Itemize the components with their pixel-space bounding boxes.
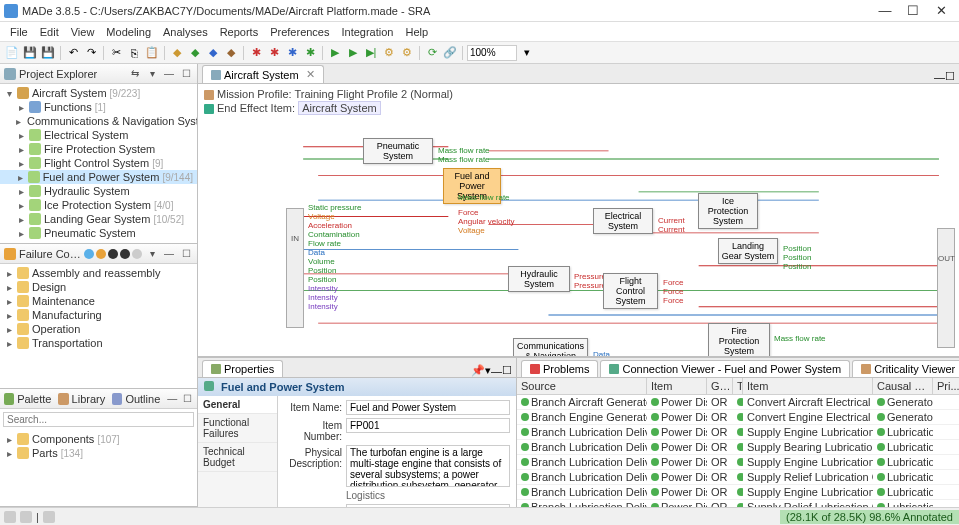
menu-view[interactable]: View xyxy=(65,24,101,40)
table-row[interactable]: Branch Lubrication Delivery GPower Distr… xyxy=(517,440,959,455)
tree-item[interactable]: ▸Hydraulic System xyxy=(0,184,197,198)
menu-icon[interactable]: ▾ xyxy=(145,247,159,261)
minimize-icon[interactable]: — xyxy=(162,67,176,81)
maximize-icon[interactable]: ☐ xyxy=(502,364,512,377)
diagram-tab[interactable]: Aircraft System ✕ xyxy=(202,65,324,83)
table-header[interactable]: Gate xyxy=(707,378,733,394)
concept-item[interactable]: ▸Operation xyxy=(0,322,197,336)
tree-item[interactable]: ▸Fuel and Power System[9/144] xyxy=(0,170,197,184)
save-all-icon[interactable]: 💾 xyxy=(40,45,56,61)
zoom-combo[interactable] xyxy=(467,45,517,61)
tree-item[interactable]: ▸Landing Gear System[10/52] xyxy=(0,212,197,226)
tree-item[interactable]: ▸Ice Protection System[4/0] xyxy=(0,198,197,212)
table-row[interactable]: Branch Engine Generator GearPower Distri… xyxy=(517,410,959,425)
problems-tab[interactable]: Problems xyxy=(521,360,598,377)
table-row[interactable]: Branch Lubrication Delivery GPower Distr… xyxy=(517,500,959,507)
play-icon[interactable]: ▶ xyxy=(345,45,361,61)
redo-icon[interactable]: ↷ xyxy=(83,45,99,61)
run-icon[interactable]: ▶ xyxy=(327,45,343,61)
link-icon[interactable]: 🔗 xyxy=(442,45,458,61)
table-header[interactable]: Causal Strength xyxy=(873,378,933,394)
cut-icon[interactable]: ✂ xyxy=(108,45,124,61)
palette-item[interactable]: ▸Components[107] xyxy=(0,432,197,446)
diagram-canvas[interactable]: IN OUT Pneumatic System Mass flow rate M… xyxy=(198,118,959,356)
tool-icon[interactable]: ✱ xyxy=(284,45,300,61)
node-flight-control[interactable]: Flight Control System xyxy=(603,273,658,309)
menu-icon[interactable]: ▾ xyxy=(145,67,159,81)
node-electrical[interactable]: Electrical System xyxy=(593,208,653,234)
table-header[interactable]: Pri... xyxy=(933,378,959,394)
pin-icon[interactable]: 📌 xyxy=(471,364,485,377)
tree-item[interactable]: ▸Flight Control System[9] xyxy=(0,156,197,170)
concept-item[interactable]: ▸Transportation xyxy=(0,336,197,350)
maximize-icon[interactable]: ☐ xyxy=(179,247,193,261)
table-row[interactable]: Branch Lubrication Delivery GPower Distr… xyxy=(517,425,959,440)
palette-item[interactable]: ▸Parts[134] xyxy=(0,446,197,460)
palette-search-input[interactable] xyxy=(3,412,194,427)
maximize-icon[interactable]: ☐ xyxy=(945,70,955,83)
props-side-tab[interactable]: Technical Budget xyxy=(198,443,277,472)
concept-item[interactable]: ▸Design xyxy=(0,280,197,294)
out-port[interactable]: OUT xyxy=(937,228,955,348)
minimize-icon[interactable]: — xyxy=(162,247,176,261)
window-maximize-button[interactable]: ☐ xyxy=(899,2,927,20)
menu-edit[interactable]: Edit xyxy=(34,24,65,40)
table-header[interactable]: Item xyxy=(743,378,873,394)
palette-tree[interactable]: ▸Components[107]▸Parts[134] xyxy=(0,430,197,506)
paste-icon[interactable]: 📋 xyxy=(144,45,160,61)
item-number-input[interactable] xyxy=(346,418,510,433)
node-pneumatic[interactable]: Pneumatic System xyxy=(363,138,433,164)
menu-help[interactable]: Help xyxy=(399,24,434,40)
table-header[interactable]: Target xyxy=(733,378,743,394)
copy-icon[interactable]: ⎘ xyxy=(126,45,142,61)
phys-desc-textarea[interactable]: The turbofan engine is a large multi-sta… xyxy=(346,445,510,487)
menu-analyses[interactable]: Analyses xyxy=(157,24,214,40)
new-icon[interactable]: 📄 xyxy=(4,45,20,61)
status-icon[interactable] xyxy=(4,511,16,523)
config-icon[interactable]: ⚙ xyxy=(399,45,415,61)
connection-viewer-tab[interactable]: Connection Viewer - Fuel and Power Syste… xyxy=(600,360,850,377)
tool-icon[interactable]: ◆ xyxy=(187,45,203,61)
filter-dot-icon[interactable] xyxy=(120,249,130,259)
tool-icon[interactable]: ◆ xyxy=(223,45,239,61)
window-close-button[interactable]: ✕ xyxy=(927,2,955,20)
node-landing-gear[interactable]: Landing Gear System xyxy=(718,238,778,264)
connection-table[interactable]: Branch Aircraft Generator GeaPower Distr… xyxy=(517,395,959,507)
props-side-tab[interactable]: General xyxy=(198,396,277,414)
tree-item[interactable]: ▸Fire Protection System xyxy=(0,142,197,156)
tool-icon[interactable]: ✱ xyxy=(266,45,282,61)
concepts-tree[interactable]: ▸Assembly and reassembly▸Design▸Maintena… xyxy=(0,264,197,388)
table-row[interactable]: Branch Lubrication Delivery GPower Distr… xyxy=(517,455,959,470)
step-icon[interactable]: ▶| xyxy=(363,45,379,61)
in-port[interactable]: IN xyxy=(286,208,304,328)
tree-item[interactable]: ▸Communications & Navigation System[68] xyxy=(0,114,197,128)
config-icon[interactable]: ⚙ xyxy=(381,45,397,61)
palette-tab[interactable]: Palette xyxy=(17,393,51,405)
status-icon[interactable] xyxy=(20,511,32,523)
concept-item[interactable]: ▸Maintenance xyxy=(0,294,197,308)
window-minimize-button[interactable]: — xyxy=(871,2,899,20)
table-header[interactable]: Source xyxy=(517,378,647,394)
filter-dot-icon[interactable] xyxy=(108,249,118,259)
maximize-icon[interactable]: ☐ xyxy=(181,392,193,406)
filter-dot-icon[interactable] xyxy=(96,249,106,259)
minimize-icon[interactable]: — xyxy=(166,392,178,406)
tool-icon[interactable]: ◆ xyxy=(169,45,185,61)
node-fire-protection[interactable]: Fire Protection System xyxy=(708,323,770,356)
minimize-icon[interactable]: — xyxy=(491,365,502,377)
properties-tab[interactable]: Properties xyxy=(202,360,283,377)
end-effect-item[interactable]: Aircraft System xyxy=(298,101,381,115)
node-hydraulic[interactable]: Hydraulic System xyxy=(508,266,570,292)
tree-item[interactable]: ▸Electrical System xyxy=(0,128,197,142)
maximize-icon[interactable]: ☐ xyxy=(179,67,193,81)
table-row[interactable]: Branch Lubrication Delivery GPower Distr… xyxy=(517,470,959,485)
chevron-down-icon[interactable]: ▾ xyxy=(519,45,535,61)
tree-item[interactable]: ▸Functions[1] xyxy=(0,100,197,114)
tool-icon[interactable]: ✱ xyxy=(248,45,264,61)
table-row[interactable]: Branch Lubrication Delivery GPower Distr… xyxy=(517,485,959,500)
status-icon[interactable] xyxy=(43,511,55,523)
filter-dot-icon[interactable] xyxy=(132,249,142,259)
refresh-icon[interactable]: ⟳ xyxy=(424,45,440,61)
tool-icon[interactable]: ✱ xyxy=(302,45,318,61)
minimize-icon[interactable]: — xyxy=(934,71,945,83)
